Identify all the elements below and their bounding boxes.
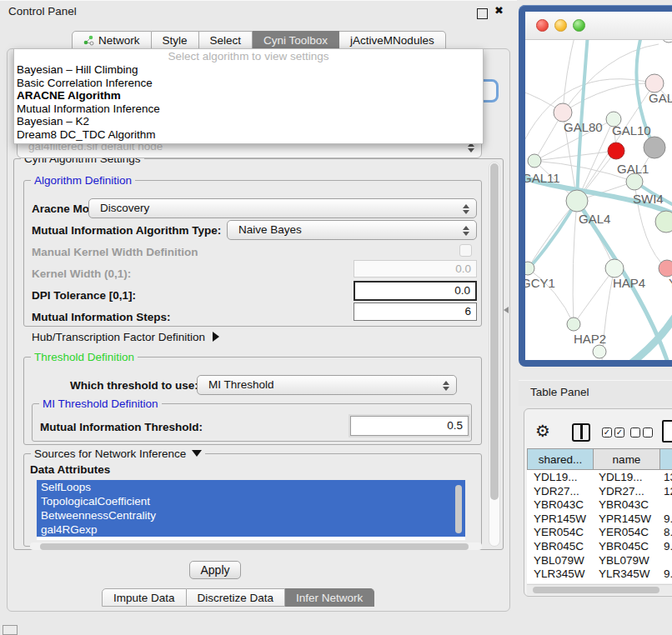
tab-style[interactable]: Style	[152, 31, 199, 49]
deselect-all-checkbox-icon[interactable]	[643, 428, 653, 438]
column-header-name[interactable]: name	[594, 448, 660, 470]
gear-icon[interactable]: ⚙	[535, 421, 550, 441]
collapsed-panel-icon[interactable]	[3, 625, 18, 635]
table-cell: 12	[664, 485, 672, 498]
table-cell: YBL079W	[599, 554, 649, 567]
node-gal-cut[interactable]	[645, 74, 664, 92]
node-swi4[interactable]	[626, 173, 643, 190]
deselect-all-checkbox-icon[interactable]	[630, 428, 640, 438]
dpi-tolerance-field[interactable]: 0.0	[354, 281, 477, 301]
table-cell: YER054C	[534, 526, 584, 538]
table-row[interactable]: YBR043CYBR043C	[527, 498, 672, 512]
mi-type-select[interactable]: Naive Bayes	[227, 220, 477, 240]
table-row[interactable]: YDL19...YDL19...13	[527, 470, 672, 484]
sources-hscrollbar-thumb[interactable]	[40, 543, 469, 550]
which-threshold-label: Which threshold to use:	[70, 379, 198, 392]
table-cell: YBR043C	[599, 498, 649, 511]
node-gray[interactable]	[644, 137, 665, 158]
attribute-item-gal4rgexp[interactable]: gal4RGexp	[37, 522, 465, 537]
table-hscrollbar-thumb[interactable]	[533, 587, 659, 593]
node-green-right[interactable]	[655, 211, 672, 232]
algorithm-option-bayesian-k2[interactable]: Bayesian – K2	[14, 115, 483, 128]
zoom-traffic-light-icon[interactable]	[573, 19, 585, 32]
algorithm-option-aracne-algorithm[interactable]: ARACNE Algorithm	[14, 89, 483, 102]
node-top-partial[interactable]	[661, 40, 672, 42]
algorithm-definition-title: Algorithm Definition	[31, 174, 135, 187]
node-gcy1[interactable]	[525, 262, 534, 275]
network-canvas[interactable]: GALGAL80GAL10GAL1SWI4GAL11GAL4GCY1HAP4YH…	[525, 40, 672, 360]
table-row[interactable]: YBL079WYBL079W	[527, 553, 672, 568]
attribute-item-selfloops[interactable]: SelfLoops	[37, 480, 465, 494]
select-all-checkbox-icon[interactable]: ✓	[614, 428, 624, 438]
split-columns-icon[interactable]	[572, 423, 590, 442]
mi-type-value: Naive Bayes	[238, 223, 302, 236]
hub-definition-label: Hub/Transcription Factor Definition	[32, 331, 205, 343]
mi-threshold-label: Mutual Information Threshold:	[40, 421, 203, 433]
table-body[interactable]: YDL19...YDL19...13YDR27...YDR27...12YBR0…	[527, 470, 672, 583]
node-hap2[interactable]	[567, 318, 580, 331]
tab-network[interactable]: Network	[72, 31, 152, 49]
table-cell: YBR043C	[534, 498, 584, 511]
table-row[interactable]: YDR27...YDR27...12	[527, 484, 672, 498]
threshold-definition-title: Threshold Definition	[31, 351, 138, 363]
table-cell: YLR345W	[534, 568, 585, 580]
node-gal11[interactable]	[528, 154, 541, 168]
table-cell: YIL052C	[599, 582, 643, 583]
attribute-item-betweennesscentrality[interactable]: BetweennessCentrality	[37, 508, 465, 522]
sources-group-title[interactable]: Sources for Network Inference	[31, 448, 205, 460]
tab-label: Select	[210, 34, 242, 47]
mi-threshold-field[interactable]: 0.5	[350, 416, 469, 436]
minimize-traffic-light-icon[interactable]	[554, 19, 567, 32]
node-salmon[interactable]	[659, 260, 672, 277]
apply-button[interactable]: Apply	[189, 561, 241, 579]
tab-select[interactable]: Select	[199, 31, 253, 49]
aracne-mode-select[interactable]: Discovery	[88, 198, 477, 218]
float-panel-icon[interactable]	[477, 8, 488, 19]
node-hap2-label: HAP2	[574, 332, 606, 346]
node-bottom[interactable]	[593, 345, 606, 358]
mi-steps-field[interactable]: 6	[354, 302, 477, 321]
combo-spinner-icon	[463, 225, 469, 237]
tab-jactivemnodules[interactable]: jActiveMNodules	[339, 31, 446, 49]
close-traffic-light-icon[interactable]	[536, 19, 549, 32]
data-attributes-label: Data Attributes	[30, 463, 110, 476]
attribute-item-topologicalcoefficient[interactable]: TopologicalCoefficient	[37, 494, 465, 508]
node-hap4-label: HAP4	[613, 276, 645, 290]
attributes-scrollbar-thumb[interactable]	[455, 485, 462, 533]
select-all-checkbox-icon[interactable]: ✓	[602, 428, 612, 438]
settings-scrollbar-thumb[interactable]	[490, 163, 499, 500]
node-gal80-label: GAL80	[564, 120, 603, 134]
table-row[interactable]: YIL052CYIL052C9.	[527, 581, 672, 583]
algorithm-option-bayesian-hill-climbing[interactable]: Bayesian – Hill Climbing	[14, 63, 483, 77]
node-gal4-label: GAL4	[579, 212, 610, 226]
table-cell: YDR27...	[599, 485, 644, 498]
hub-definition-toggle[interactable]: Hub/Transcription Factor Definition	[32, 331, 219, 343]
node-swi4-label: SWI4	[633, 192, 664, 206]
column-header-2[interactable]	[660, 448, 672, 470]
table-row[interactable]: YLR345WYLR345W9.	[527, 567, 672, 581]
tab-impute-data[interactable]: Impute Data	[102, 588, 187, 607]
export-table-icon[interactable]	[662, 420, 672, 442]
close-icon[interactable]: ✖	[494, 4, 504, 17]
node-hap4[interactable]	[605, 259, 624, 278]
algorithm-option-basic-correlation-inference[interactable]: Basic Correlation Inference	[14, 77, 483, 90]
node-gal1[interactable]	[608, 142, 624, 159]
node-salmon-label: Y	[669, 276, 672, 290]
tab-discretize-data[interactable]: Discretize Data	[187, 588, 286, 607]
table-row[interactable]: YPR145WYPR145W9.	[527, 512, 672, 526]
which-threshold-select[interactable]: MI Threshold	[197, 375, 457, 395]
table-cell: YIL052C	[534, 582, 578, 583]
column-header-shared[interactable]: shared...	[527, 448, 594, 470]
table-row[interactable]: YER054CYER054C8.	[527, 525, 672, 539]
manual-kernel-checkbox[interactable]	[459, 244, 472, 257]
algorithm-option-mutual-information-inference[interactable]: Mutual Information Inference	[14, 102, 483, 116]
node-gal4[interactable]	[566, 190, 588, 212]
node-gal80[interactable]	[554, 103, 572, 122]
data-attributes-list[interactable]: SelfLoopsTopologicalCoefficientBetweenne…	[37, 480, 465, 540]
table-row[interactable]: YBR045CYBR045C9.	[527, 539, 672, 553]
algorithm-option-dream8-dc-tdc-algorithm[interactable]: Dream8 DC_TDC Algorithm	[14, 128, 483, 142]
tab-cyni-toolbox[interactable]: Cyni Toolbox	[253, 31, 339, 49]
tab-infer-network[interactable]: Infer Network	[285, 588, 374, 607]
dpi-tolerance-label: DPI Tolerance [0,1]:	[32, 289, 136, 302]
panel-divider-arrow-icon[interactable]	[504, 307, 509, 313]
